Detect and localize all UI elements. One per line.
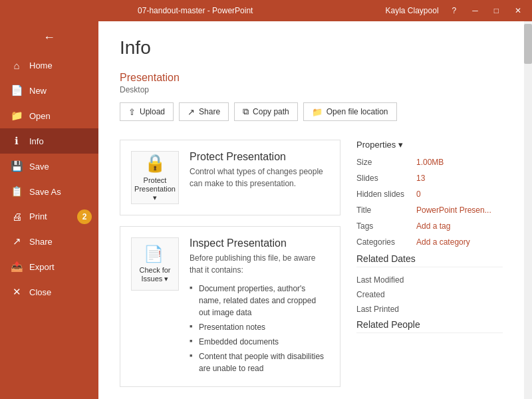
protect-icon-label: ProtectPresentation ▾ bbox=[132, 176, 178, 203]
inspect-card: 📄! Check forIssues ▾ Inspect Presentatio… bbox=[120, 226, 340, 387]
sidebar-item-home[interactable]: ⌂ Home bbox=[0, 53, 98, 78]
left-column: 🔒 ProtectPresentation ▾ Protect Presenta… bbox=[120, 140, 340, 398]
prop-value-size[interactable]: 1.00MB bbox=[416, 158, 444, 167]
home-icon: ⌂ bbox=[11, 60, 23, 71]
sidebar-item-print[interactable]: 🖨 Print 2 bbox=[0, 204, 98, 229]
back-icon: ← bbox=[43, 31, 55, 45]
prop-tags: Tags Add a tag bbox=[356, 221, 503, 231]
upload-label: Upload bbox=[140, 107, 165, 116]
open-location-button[interactable]: 📁 Open file location bbox=[303, 102, 397, 121]
list-item: Document properties, author's name, rela… bbox=[190, 281, 329, 320]
sidebar-back-button[interactable]: ← bbox=[0, 21, 98, 53]
print-icon: 🖨 bbox=[11, 211, 23, 222]
inspect-icon-box[interactable]: 📄! Check forIssues ▾ bbox=[131, 237, 179, 291]
sidebar-item-open[interactable]: 📁 Open bbox=[0, 103, 98, 128]
inspect-icon: 📄! bbox=[144, 245, 166, 263]
scrollable-content: Info Presentation Desktop ⇧ Upload ↗ Sha… bbox=[98, 21, 524, 399]
sidebar-label-save: Save bbox=[29, 162, 49, 172]
info-icon: ℹ bbox=[11, 135, 23, 147]
save-icon: 💾 bbox=[11, 160, 23, 172]
prop-hidden-slides: Hidden slides 0 bbox=[356, 190, 503, 199]
close-window-button[interactable]: ✕ bbox=[509, 5, 527, 17]
prop-value-title[interactable]: PowerPoint Presen... bbox=[416, 205, 491, 215]
open-icon: 📁 bbox=[11, 110, 23, 122]
upload-button[interactable]: ⇧ Upload bbox=[120, 102, 174, 121]
prop-label-title: Title bbox=[356, 205, 416, 215]
copy-path-label: Copy path bbox=[253, 107, 289, 116]
inspect-title: Inspect Presentation bbox=[190, 237, 329, 249]
sidebar-item-export[interactable]: 📤 Export bbox=[0, 254, 98, 279]
content-area: Info Presentation Desktop ⇧ Upload ↗ Sha… bbox=[98, 21, 532, 399]
export-icon: 📤 bbox=[11, 261, 23, 273]
prop-value-tags[interactable]: Add a tag bbox=[416, 221, 450, 231]
sidebar-item-new[interactable]: 📄 New bbox=[0, 78, 98, 103]
print-badge: 2 bbox=[77, 209, 92, 224]
protect-desc: Control what types of changes people can… bbox=[190, 166, 329, 190]
related-dates-header: Related Dates bbox=[356, 253, 503, 267]
sidebar-item-close[interactable]: ✕ Close bbox=[0, 279, 98, 305]
sidebar-label-share: Share bbox=[29, 237, 53, 247]
prop-title: Title PowerPoint Presen... bbox=[356, 205, 503, 215]
protect-title: Protect Presentation bbox=[190, 151, 329, 163]
share-label: Share bbox=[199, 107, 220, 116]
sidebar-label-close: Close bbox=[29, 287, 51, 297]
protect-icon-box[interactable]: 🔒 ProtectPresentation ▾ bbox=[131, 151, 179, 204]
presentation-path: Desktop bbox=[120, 85, 503, 94]
prop-label-hidden: Hidden slides bbox=[356, 190, 416, 199]
prop-value-categories[interactable]: Add a category bbox=[416, 237, 470, 247]
sidebar-label-new: New bbox=[29, 86, 47, 96]
protect-card: 🔒 ProtectPresentation ▾ Protect Presenta… bbox=[120, 140, 340, 215]
prop-value-hidden[interactable]: 0 bbox=[416, 190, 421, 199]
sidebar: ← ⌂ Home 📄 New 📁 Open ℹ Info 💾 Save 📋 Sa… bbox=[0, 21, 98, 399]
scrollbar-thumb[interactable] bbox=[524, 24, 532, 64]
inspect-content: Inspect Presentation Before publishing t… bbox=[190, 237, 329, 376]
title-bar-title: 07-handout-master - PowerPoint bbox=[5, 6, 386, 15]
sidebar-label-export: Export bbox=[29, 262, 55, 272]
help-button[interactable]: ? bbox=[447, 5, 462, 17]
sidebar-item-save[interactable]: 💾 Save bbox=[0, 154, 98, 179]
prop-label-tags: Tags bbox=[356, 221, 416, 231]
inspect-icon-label: Check forIssues ▾ bbox=[139, 266, 170, 283]
properties-header[interactable]: Properties ▾ bbox=[356, 140, 503, 150]
folder-icon: 📁 bbox=[312, 107, 323, 117]
two-col-layout: 🔒 ProtectPresentation ▾ Protect Presenta… bbox=[120, 140, 503, 398]
maximize-button[interactable]: □ bbox=[489, 5, 504, 17]
sidebar-label-saveas: Save As bbox=[29, 187, 61, 197]
sidebar-label-info: Info bbox=[29, 136, 44, 146]
open-location-label: Open file location bbox=[327, 107, 388, 116]
list-item: Presentation notes bbox=[190, 320, 329, 334]
prop-label-categories: Categories bbox=[356, 237, 416, 247]
share-btn-icon: ↗ bbox=[188, 107, 195, 117]
list-item: Embedded documents bbox=[190, 334, 329, 349]
title-bar-controls: ? ─ □ ✕ bbox=[447, 5, 527, 17]
sidebar-item-info[interactable]: ℹ Info bbox=[0, 128, 98, 154]
sidebar-item-saveas[interactable]: 📋 Save As bbox=[0, 179, 98, 204]
minimize-button[interactable]: ─ bbox=[467, 5, 483, 17]
prop-size: Size 1.00MB bbox=[356, 158, 503, 167]
saveas-icon: 📋 bbox=[11, 186, 23, 198]
prop-value-slides[interactable]: 13 bbox=[416, 174, 425, 183]
share-icon: ↗ bbox=[11, 235, 23, 247]
lock-icon: 🔒 bbox=[144, 153, 166, 174]
share-button[interactable]: ↗ Share bbox=[179, 102, 229, 121]
right-column: Properties ▾ Size 1.00MB Slides 13 Hidde… bbox=[356, 140, 503, 398]
page-title: Info bbox=[120, 37, 503, 59]
app-body: ← ⌂ Home 📄 New 📁 Open ℹ Info 💾 Save 📋 Sa… bbox=[0, 21, 532, 399]
date-last-modified: Last Modified bbox=[356, 275, 503, 285]
title-bar-user: Kayla Claypool bbox=[386, 6, 439, 15]
copy-path-button[interactable]: ⧉ Copy path bbox=[234, 102, 298, 121]
prop-categories: Categories Add a category bbox=[356, 237, 503, 247]
date-created: Created bbox=[356, 290, 503, 299]
new-icon: 📄 bbox=[11, 84, 23, 96]
scrollbar-track[interactable] bbox=[524, 21, 532, 399]
related-people-header: Related People bbox=[356, 319, 503, 333]
inspect-desc: Before publishing this file, be aware th… bbox=[190, 252, 329, 276]
sidebar-item-share[interactable]: ↗ Share bbox=[0, 229, 98, 254]
properties-label: Properties ▾ bbox=[356, 140, 403, 150]
prop-label-slides: Slides bbox=[356, 174, 416, 183]
action-buttons: ⇧ Upload ↗ Share ⧉ Copy path 📁 Open file… bbox=[120, 102, 503, 121]
upload-icon: ⇧ bbox=[128, 107, 136, 117]
sidebar-label-open: Open bbox=[29, 111, 51, 121]
date-last-printed: Last Printed bbox=[356, 305, 503, 314]
list-item: Content that people with disabilities ar… bbox=[190, 349, 329, 376]
